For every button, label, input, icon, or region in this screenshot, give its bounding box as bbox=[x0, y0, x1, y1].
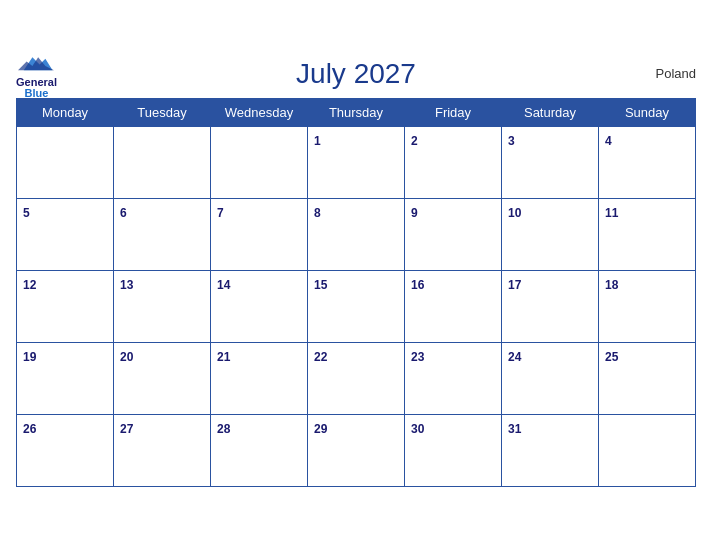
calendar-container: General Blue July 2027 Poland Monday Tue… bbox=[0, 48, 712, 503]
week-row-1: 1234 bbox=[17, 126, 696, 198]
day-number-26: 26 bbox=[23, 422, 36, 436]
day-cell-8: 8 bbox=[308, 198, 405, 270]
day-number-7: 7 bbox=[217, 206, 224, 220]
day-cell-4: 4 bbox=[599, 126, 696, 198]
calendar-header: General Blue July 2027 Poland bbox=[16, 58, 696, 90]
day-cell-5: 5 bbox=[17, 198, 114, 270]
header-thursday: Thursday bbox=[308, 98, 405, 126]
day-number-3: 3 bbox=[508, 134, 515, 148]
week-row-2: 567891011 bbox=[17, 198, 696, 270]
day-number-9: 9 bbox=[411, 206, 418, 220]
day-cell-29: 29 bbox=[308, 414, 405, 486]
week-row-4: 19202122232425 bbox=[17, 342, 696, 414]
day-cell-12: 12 bbox=[17, 270, 114, 342]
day-cell-3: 3 bbox=[502, 126, 599, 198]
empty-cell bbox=[114, 126, 211, 198]
svg-marker-1 bbox=[18, 57, 54, 70]
day-cell-14: 14 bbox=[211, 270, 308, 342]
day-number-1: 1 bbox=[314, 134, 321, 148]
day-number-23: 23 bbox=[411, 350, 424, 364]
day-number-6: 6 bbox=[120, 206, 127, 220]
day-cell-11: 11 bbox=[599, 198, 696, 270]
day-cell-19: 19 bbox=[17, 342, 114, 414]
header-wednesday: Wednesday bbox=[211, 98, 308, 126]
day-number-5: 5 bbox=[23, 206, 30, 220]
logo-area: General Blue bbox=[16, 49, 57, 99]
day-cell-30: 30 bbox=[405, 414, 502, 486]
header-saturday: Saturday bbox=[502, 98, 599, 126]
day-cell-1: 1 bbox=[308, 126, 405, 198]
day-number-22: 22 bbox=[314, 350, 327, 364]
calendar-grid: Monday Tuesday Wednesday Thursday Friday… bbox=[16, 98, 696, 487]
day-cell-13: 13 bbox=[114, 270, 211, 342]
logo-blue-text: Blue bbox=[25, 88, 49, 99]
day-number-24: 24 bbox=[508, 350, 521, 364]
day-number-27: 27 bbox=[120, 422, 133, 436]
calendar-title: July 2027 bbox=[296, 58, 416, 90]
day-number-16: 16 bbox=[411, 278, 424, 292]
empty-cell bbox=[599, 414, 696, 486]
country-label: Poland bbox=[656, 66, 696, 81]
week-row-5: 262728293031 bbox=[17, 414, 696, 486]
day-cell-31: 31 bbox=[502, 414, 599, 486]
day-cell-20: 20 bbox=[114, 342, 211, 414]
empty-cell bbox=[211, 126, 308, 198]
day-number-17: 17 bbox=[508, 278, 521, 292]
day-number-28: 28 bbox=[217, 422, 230, 436]
day-number-10: 10 bbox=[508, 206, 521, 220]
header-tuesday: Tuesday bbox=[114, 98, 211, 126]
day-cell-2: 2 bbox=[405, 126, 502, 198]
day-cell-7: 7 bbox=[211, 198, 308, 270]
day-number-13: 13 bbox=[120, 278, 133, 292]
day-cell-21: 21 bbox=[211, 342, 308, 414]
day-number-20: 20 bbox=[120, 350, 133, 364]
header-monday: Monday bbox=[17, 98, 114, 126]
weekday-header-row: Monday Tuesday Wednesday Thursday Friday… bbox=[17, 98, 696, 126]
empty-cell bbox=[17, 126, 114, 198]
logo-general-text: General bbox=[16, 77, 57, 88]
day-cell-23: 23 bbox=[405, 342, 502, 414]
generalblue-logo-icon bbox=[18, 49, 54, 77]
day-number-4: 4 bbox=[605, 134, 612, 148]
day-cell-6: 6 bbox=[114, 198, 211, 270]
header-sunday: Sunday bbox=[599, 98, 696, 126]
day-cell-26: 26 bbox=[17, 414, 114, 486]
day-cell-27: 27 bbox=[114, 414, 211, 486]
day-cell-18: 18 bbox=[599, 270, 696, 342]
header-friday: Friday bbox=[405, 98, 502, 126]
day-cell-22: 22 bbox=[308, 342, 405, 414]
day-cell-17: 17 bbox=[502, 270, 599, 342]
week-row-3: 12131415161718 bbox=[17, 270, 696, 342]
day-cell-16: 16 bbox=[405, 270, 502, 342]
day-cell-10: 10 bbox=[502, 198, 599, 270]
day-cell-28: 28 bbox=[211, 414, 308, 486]
day-number-30: 30 bbox=[411, 422, 424, 436]
day-cell-9: 9 bbox=[405, 198, 502, 270]
day-number-14: 14 bbox=[217, 278, 230, 292]
day-cell-15: 15 bbox=[308, 270, 405, 342]
day-number-21: 21 bbox=[217, 350, 230, 364]
day-number-11: 11 bbox=[605, 206, 618, 220]
day-number-8: 8 bbox=[314, 206, 321, 220]
day-cell-24: 24 bbox=[502, 342, 599, 414]
day-number-25: 25 bbox=[605, 350, 618, 364]
day-number-2: 2 bbox=[411, 134, 418, 148]
day-cell-25: 25 bbox=[599, 342, 696, 414]
day-number-18: 18 bbox=[605, 278, 618, 292]
day-number-15: 15 bbox=[314, 278, 327, 292]
day-number-12: 12 bbox=[23, 278, 36, 292]
day-number-31: 31 bbox=[508, 422, 521, 436]
day-number-29: 29 bbox=[314, 422, 327, 436]
day-number-19: 19 bbox=[23, 350, 36, 364]
